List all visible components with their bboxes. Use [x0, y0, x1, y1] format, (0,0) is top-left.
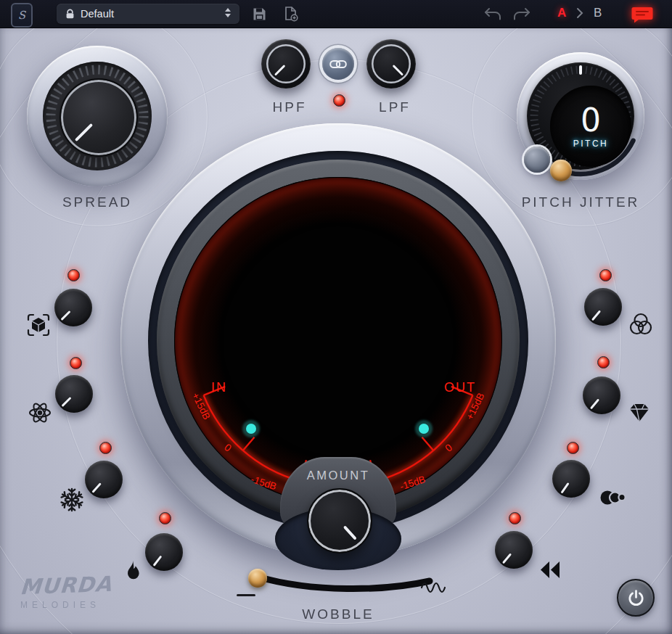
echo-module-led[interactable]	[567, 442, 579, 454]
screen-rim-glow	[175, 178, 501, 504]
knob-pointer	[91, 482, 102, 493]
cube-module-led[interactable]	[67, 269, 80, 281]
knob-pointer	[560, 482, 569, 494]
brand-logo-icon: S	[11, 3, 33, 28]
preset-selector[interactable]: Default	[57, 4, 239, 24]
venn-circles-icon	[627, 311, 655, 342]
knob-pointer	[501, 553, 511, 564]
atom-module-led[interactable]	[70, 357, 82, 369]
wobble-label: WOBBLE	[266, 606, 411, 622]
undo-icon	[483, 7, 502, 21]
undo-button[interactable]	[483, 5, 502, 22]
main-panel: SPREAD HPF LPF	[0, 28, 672, 634]
save-icon	[252, 7, 267, 22]
diamond-module-led[interactable]	[597, 356, 610, 369]
spread-module	[27, 46, 168, 186]
spread-label: SPREAD	[25, 194, 170, 210]
knob-pointer	[589, 398, 599, 409]
redo-icon	[512, 7, 531, 21]
hpf-label: HPF	[250, 99, 329, 115]
atom-icon	[26, 399, 54, 429]
knob-pointer	[392, 65, 403, 76]
link-icon	[329, 59, 347, 69]
ab-compare-b[interactable]: B	[594, 6, 602, 20]
redo-button[interactable]	[512, 5, 531, 22]
power-icon	[626, 588, 646, 608]
amount-knob[interactable]	[307, 488, 372, 553]
knob-pointer	[61, 397, 71, 407]
pitch-jitter-label: PITCH JITTER	[501, 194, 660, 210]
rewind-module-knob[interactable]	[495, 531, 533, 569]
flame-icon	[119, 559, 145, 589]
pitch-jitter-mode-button[interactable]	[524, 147, 550, 173]
save-new-icon	[283, 6, 299, 22]
spread-knob[interactable]	[60, 78, 138, 157]
save-as-new-button[interactable]	[282, 5, 300, 22]
knob-pointer	[75, 123, 93, 141]
rewind-icon	[537, 559, 563, 586]
waveform-screen-graphics: IN OUT +15dB 0 -15dB +15dB 0 -15dB	[174, 177, 502, 505]
feedback-button[interactable]	[631, 6, 653, 22]
preset-up-icon[interactable]	[225, 8, 231, 12]
flat-line-icon	[237, 594, 255, 596]
snowflake-icon	[58, 486, 86, 516]
snowflake-module-knob[interactable]	[85, 461, 123, 498]
brand-subtitle: MELODIES	[20, 600, 112, 610]
echo-dots-icon	[599, 485, 628, 514]
preset-name: Default	[81, 8, 114, 20]
amount-label: AMOUNT	[244, 469, 433, 482]
flame-module-led[interactable]	[159, 512, 171, 524]
plugin-window: S Default	[0, 0, 672, 634]
filter-led[interactable]	[333, 94, 345, 107]
brand-logo: MURDA MELODIES	[20, 573, 112, 610]
ab-chevron-icon	[575, 7, 584, 22]
filter-link-button[interactable]	[322, 48, 354, 80]
meter-in-title: IN	[211, 380, 227, 395]
venn-module-led[interactable]	[599, 269, 612, 281]
knob-pointer	[343, 525, 357, 540]
hpf-knob[interactable]	[261, 39, 311, 88]
sine-wave-icon	[420, 577, 448, 599]
knob-pointer	[60, 310, 70, 321]
lpf-knob[interactable]	[366, 39, 416, 88]
ab-compare-a[interactable]: A	[557, 6, 566, 20]
preset-spinner-icon[interactable]	[225, 8, 231, 17]
atom-module-knob[interactable]	[55, 375, 93, 413]
diamond-module-knob[interactable]	[583, 376, 620, 414]
lpf-knob-face	[372, 44, 411, 83]
pitch-jitter-amount-handle[interactable]	[550, 160, 572, 181]
save-button[interactable]	[250, 5, 269, 22]
diamond-icon	[626, 399, 653, 429]
hpf-knob-face	[266, 44, 306, 83]
brand-logo-letter: S	[18, 9, 25, 22]
venn-module-knob[interactable]	[584, 288, 622, 326]
meter-out-title: OUT	[444, 380, 476, 395]
echo-module-knob[interactable]	[552, 460, 590, 498]
rewind-module-led[interactable]	[509, 512, 521, 524]
meter-in-dot	[246, 424, 256, 434]
knob-pointer	[591, 310, 600, 321]
snowflake-module-led[interactable]	[99, 442, 112, 454]
knob-pointer	[152, 556, 162, 567]
lock-icon[interactable]	[65, 9, 75, 20]
lpf-label: LPF	[355, 99, 435, 115]
meter-out-dot	[419, 424, 429, 434]
flame-module-knob[interactable]	[145, 533, 183, 571]
cube-module-knob[interactable]	[54, 289, 92, 326]
top-bar: S Default	[0, 0, 672, 28]
knob-pointer	[274, 65, 285, 76]
power-button[interactable]	[617, 579, 655, 617]
cube-3d-scan-icon	[25, 311, 52, 342]
brand-name: MURDA	[20, 572, 113, 599]
feedback-bubble-icon	[631, 6, 653, 23]
wobble-track[interactable]	[239, 568, 443, 601]
wobble-handle[interactable]	[248, 569, 267, 588]
preset-down-icon[interactable]	[225, 14, 231, 17]
